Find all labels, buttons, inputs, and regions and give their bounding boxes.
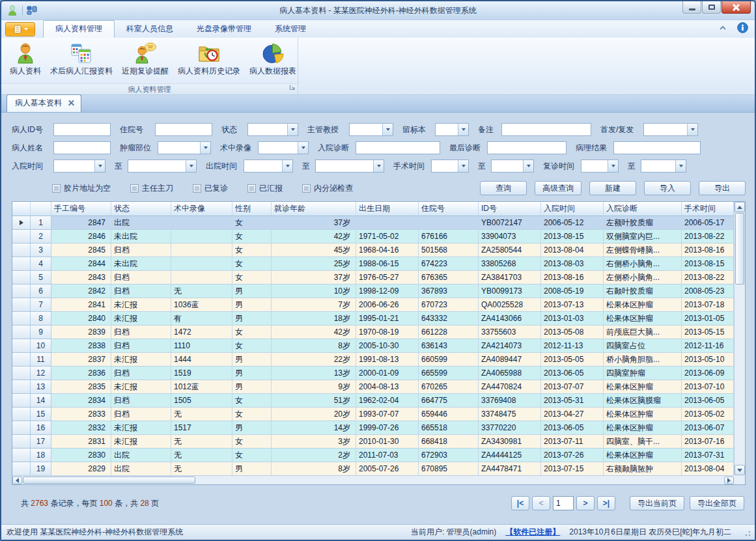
status-combo[interactable]	[247, 123, 298, 136]
surgery-date-from-dropdown-button[interactable]	[458, 160, 468, 172]
admission-date-to-dropdown-button[interactable]	[186, 160, 196, 172]
professor-combo-input[interactable]	[350, 124, 382, 135]
surgery-date-from-combo-input[interactable]	[432, 160, 458, 172]
maximize-button[interactable]	[702, 1, 721, 14]
surgery-video-dropdown-button[interactable]	[298, 142, 308, 154]
ribbon-tab-patient-data-management[interactable]: 病人资料管理	[43, 20, 115, 38]
registration-status-link[interactable]: 【软件已注册】	[505, 527, 560, 538]
first-or-relapse-dropdown-button[interactable]	[687, 124, 697, 135]
discharge-date-to-dropdown-button[interactable]	[373, 160, 384, 172]
revisit-date-from-combo[interactable]	[581, 160, 619, 173]
final-diagnosis-input[interactable]	[487, 141, 567, 154]
admission-date-from-combo[interactable]	[53, 160, 105, 173]
ribbon-button-patient-data-report[interactable]: 病人数据报表	[245, 40, 301, 78]
app-logo-icon[interactable]	[7, 5, 18, 16]
ribbon-button-patient-record[interactable]: 病人资料	[5, 40, 46, 78]
vertical-scrollbar-thumb[interactable]	[735, 213, 744, 284]
discharge-date-from-combo[interactable]	[244, 160, 293, 173]
table-row[interactable]: 122836归档1519男13岁2000-01-09665599ZA406598…	[12, 367, 734, 380]
ribbon-tab-department-staff-info[interactable]: 科室人员信息	[115, 21, 185, 38]
table-row[interactable]: 192829出院无男8岁2005-07-26670895ZA4478471201…	[12, 462, 734, 476]
last-page-button[interactable]: >|	[597, 496, 615, 510]
table-row[interactable]: 82840未汇报有男18岁1995-01-21643332ZA414306620…	[12, 312, 734, 326]
table-row[interactable]: 72841未汇报1036蓝男7岁2006-06-26670723QA002552…	[12, 298, 734, 312]
table-row[interactable]: 12847出院女37岁YB00721472006-05-12左额叶胶质瘤2006…	[12, 216, 734, 230]
import-button[interactable]: 导入	[644, 181, 691, 195]
create-new-button[interactable]: 新建	[589, 181, 636, 195]
specimen-kept-dropdown-button[interactable]	[458, 124, 468, 135]
revisit-date-to-dropdown-button[interactable]	[675, 160, 686, 172]
tumor-site-dropdown-button[interactable]	[200, 142, 210, 154]
column-header-id-number[interactable]: ID号	[479, 202, 541, 216]
ribbon-button-postop-patient-report[interactable]: 术后病人汇报资料	[46, 40, 117, 78]
ribbon-tab-system-management[interactable]: 系统管理	[263, 21, 318, 38]
ribbon-button-recent-revisit-reminder[interactable]: 近期复诊提醒	[117, 40, 173, 78]
professor-dropdown-button[interactable]	[382, 124, 393, 135]
surgery-date-to-combo-input[interactable]	[492, 160, 523, 172]
scroll-down-button[interactable]	[735, 465, 745, 475]
revisit-date-from-dropdown-button[interactable]	[608, 160, 618, 172]
column-header-manual-number[interactable]: 手工编号	[51, 202, 111, 216]
scroll-right-button[interactable]	[724, 477, 734, 484]
admission-number-input[interactable]	[155, 123, 212, 136]
discharge-date-from-combo-input[interactable]	[244, 160, 282, 172]
ribbon-tab-disc-video-tape-management[interactable]: 光盘录像带管理	[185, 21, 263, 38]
table-row[interactable]: 22846未出院女42岁1971-05-02676166339040732013…	[12, 230, 734, 243]
column-header-admission-number[interactable]: 住院号	[419, 202, 479, 216]
column-header-birth-date[interactable]: 出生日期	[356, 202, 419, 216]
revisit-date-to-combo-input[interactable]	[641, 160, 675, 172]
pathology-result-input[interactable]	[613, 141, 701, 154]
surgery-video-combo-input[interactable]	[259, 142, 298, 154]
table-row[interactable]: 152833归档无女20岁1993-07-0765944633748475201…	[12, 408, 734, 421]
next-page-button[interactable]: >	[576, 496, 595, 510]
table-row[interactable]: 42844未出院女25岁1988-06-15674223338052682013…	[12, 257, 734, 271]
table-row[interactable]: 182830出院无女2岁2011-07-03672903ZA4444125201…	[12, 449, 734, 462]
surgery-video-combo[interactable]	[258, 141, 309, 154]
column-header-gender[interactable]: 性别	[232, 202, 272, 216]
first-page-button[interactable]: |<	[511, 496, 529, 510]
query-button[interactable]: 查询	[480, 181, 527, 195]
admission-date-to-combo[interactable]	[128, 160, 197, 173]
tumor-site-combo[interactable]	[158, 141, 211, 154]
layout-icon[interactable]	[27, 5, 37, 16]
revisit-date-to-combo[interactable]	[641, 160, 686, 173]
info-icon[interactable]	[737, 22, 748, 35]
column-header-surgery-date[interactable]: 手术时间	[682, 202, 734, 216]
column-header-visit-age[interactable]: 就诊年龄	[272, 202, 356, 216]
table-row[interactable]: 52843归档女37岁1976-05-27676365ZA38417032013…	[12, 271, 734, 284]
close-button[interactable]	[721, 1, 751, 14]
admission-date-to-combo-input[interactable]	[128, 160, 186, 172]
first-or-relapse-combo-input[interactable]	[644, 124, 687, 135]
patient-id-input[interactable]	[53, 123, 111, 136]
revisit-date-from-combo-input[interactable]	[581, 160, 608, 172]
scroll-left-button[interactable]	[12, 477, 22, 484]
vertical-scrollbar[interactable]	[734, 202, 745, 475]
admission-date-from-dropdown-button[interactable]	[94, 160, 105, 172]
surgery-date-to-combo[interactable]	[491, 160, 534, 173]
admission-date-from-combo-input[interactable]	[54, 160, 94, 172]
checkbox-chief-surgeon-operated[interactable]: 主任主刀	[130, 183, 173, 194]
tumor-site-combo-input[interactable]	[158, 142, 200, 154]
table-row[interactable]: 32845归档女45岁1968-04-16501568ZA25805442013…	[12, 243, 734, 257]
minimize-button[interactable]	[682, 1, 701, 14]
table-row[interactable]: 92839归档1472女42岁1970-08-19661228337556032…	[12, 326, 734, 339]
checkbox-reported[interactable]: 已汇报	[247, 183, 283, 194]
table-row[interactable]: 62842归档无男10岁1998-12-09367893YB0099173200…	[12, 284, 734, 298]
tab-patient-basic-info[interactable]: 病人基本资料	[7, 94, 81, 112]
specimen-kept-combo-input[interactable]	[436, 124, 458, 135]
remark-input[interactable]	[501, 123, 591, 136]
table-row[interactable]: 172831未汇报无女3岁2010-01-30668418ZA343098120…	[12, 435, 734, 449]
discharge-date-from-dropdown-button[interactable]	[282, 160, 292, 172]
checkbox-revisited[interactable]: 已复诊	[193, 183, 228, 194]
table-row[interactable]: 142834归档1505女51岁1962-02-0466477533769408…	[12, 394, 734, 408]
ribbon-button-patient-history-records[interactable]: 病人资料历史记录	[173, 40, 245, 78]
professor-combo[interactable]	[349, 123, 393, 136]
patient-name-input[interactable]	[53, 141, 111, 154]
export-all-pages-button[interactable]: 导出全部页	[690, 496, 744, 510]
export-current-page-button[interactable]: 导出当前页	[630, 496, 684, 510]
collapse-ribbon-icon[interactable]	[719, 24, 727, 33]
horizontal-scrollbar-thumb[interactable]	[23, 477, 195, 484]
table-row[interactable]: 132835未汇报1012蓝男9岁2004-08-13670265ZA44708…	[12, 380, 734, 394]
checkbox-film-address-empty[interactable]: 胶片地址为空	[52, 183, 111, 194]
admission-diagnosis-input[interactable]	[356, 141, 440, 154]
